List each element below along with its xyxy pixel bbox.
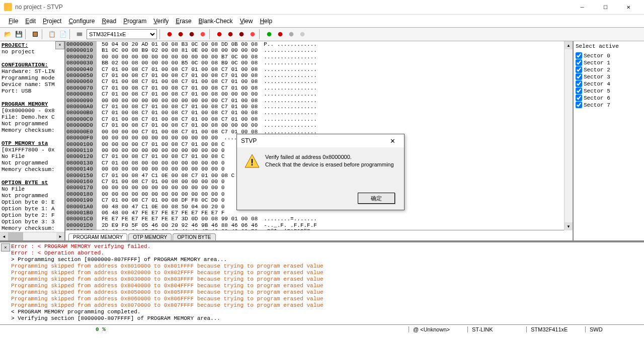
sector-5-label: Sector 5	[584, 88, 610, 94]
warning-icon: !	[244, 153, 260, 170]
sector-1-label: Sector 1	[584, 60, 610, 66]
tab-program-memory[interactable]: PROGRAM MEMORY	[68, 233, 127, 240]
read3-icon[interactable]	[187, 29, 197, 39]
log-close-icon[interactable]: ×	[1, 243, 10, 251]
prog-all-icon[interactable]	[248, 29, 258, 39]
error-dialog: STVP ✕ ! Verify failed at address 0x8000…	[236, 134, 405, 210]
status-mode: SWD	[585, 326, 644, 332]
erase-icon[interactable]	[286, 29, 296, 39]
save-icon[interactable]: 💾	[14, 29, 24, 39]
svg-point-9	[251, 32, 255, 37]
chip-icon[interactable]	[30, 29, 40, 39]
dialog-line1: Verify failed at address 0x8000000.	[265, 153, 394, 161]
prog3-icon[interactable]	[236, 29, 247, 39]
svg-point-13	[300, 32, 305, 37]
read-icon[interactable]	[165, 29, 175, 39]
status-link: ST-LINK	[467, 326, 526, 332]
read2-icon[interactable]	[176, 29, 186, 39]
dialog-title: STVP	[241, 137, 257, 144]
sector-7-checkbox[interactable]	[576, 102, 582, 108]
verify-icon[interactable]	[264, 29, 274, 39]
svg-point-10	[267, 32, 272, 37]
left-hscroll[interactable]: ◄ ►	[0, 232, 64, 240]
ok-button[interactable]: 确定	[358, 193, 395, 204]
svg-point-7	[228, 32, 233, 37]
window-title: no project - STVP	[15, 4, 571, 11]
dialog-titlebar: STVP ✕	[237, 134, 404, 147]
sector-4-checkbox[interactable]	[576, 80, 582, 87]
open-icon[interactable]: 📂	[3, 29, 13, 39]
project-panel: × PROJECT: no project CONFIGURATION: Har…	[0, 41, 65, 240]
dialog-close-icon[interactable]: ✕	[385, 137, 400, 145]
statusbar: 0 % @ <Unknown> ST-LINK STM32F411xE SWD	[0, 324, 644, 334]
maximize-button[interactable]: ☐	[594, 0, 617, 14]
svg-point-11	[278, 32, 283, 37]
menu-edit[interactable]: Edit	[22, 17, 39, 26]
menu-file[interactable]: File	[5, 17, 22, 26]
scroll-down-icon[interactable]: ▼	[565, 222, 573, 230]
vscroll[interactable]: ▲ ▼	[564, 41, 573, 230]
blank-icon[interactable]	[297, 29, 307, 39]
svg-point-5	[201, 32, 205, 37]
menu-blank-check[interactable]: Blank-Check	[195, 17, 236, 26]
app-icon	[4, 3, 12, 11]
progress-text: 0 %	[0, 326, 201, 332]
sector-5-checkbox[interactable]	[576, 88, 582, 94]
sector-label: Select active	[576, 43, 642, 49]
sector-3-label: Sector 3	[584, 74, 610, 80]
config-icon[interactable]	[74, 29, 85, 39]
svg-point-3	[179, 32, 183, 37]
sector-0-checkbox[interactable]	[576, 52, 582, 59]
svg-point-6	[217, 32, 222, 37]
menu-project[interactable]: Project	[39, 17, 65, 26]
sector-7-label: Sector 7	[584, 102, 610, 108]
scroll-thumb[interactable]	[8, 232, 23, 240]
sector-2-label: Sector 2	[584, 67, 610, 73]
svg-rect-1	[77, 33, 83, 36]
panel-close-icon[interactable]: ×	[55, 41, 64, 49]
minimize-button[interactable]: ─	[571, 0, 594, 14]
svg-text:!: !	[251, 157, 254, 167]
sector-2-checkbox[interactable]	[576, 66, 582, 73]
tab-otp-memory[interactable]: OTP MEMORY	[128, 233, 172, 240]
sector-4-label: Sector 4	[584, 81, 610, 87]
svg-point-12	[289, 32, 294, 37]
scroll-up-icon[interactable]: ▲	[565, 41, 573, 49]
status-target: @ <Unknown>	[409, 326, 467, 332]
titlebar: no project - STVP ─ ☐ ✕	[0, 0, 644, 15]
log-output[interactable]: Error : < PROGRAM MEMORY verifying faile…	[10, 242, 644, 324]
memory-tabs: PROGRAM MEMORYOTP MEMORYOPTION BYTE	[65, 230, 573, 240]
scroll-right-icon[interactable]: ►	[56, 232, 64, 240]
sector-panel: Select active Sector 0Sector 1Sector 2Se…	[573, 41, 644, 240]
toolbar: 📂 💾 📋 📄 STM32F411xE	[0, 27, 644, 41]
svg-point-2	[168, 32, 172, 37]
prog-icon[interactable]	[214, 29, 224, 39]
copy-icon[interactable]: 📋	[47, 29, 57, 39]
menu-configure[interactable]: Configure	[65, 17, 98, 26]
svg-point-8	[239, 32, 244, 37]
dialog-line2: Check that the device is erased before p…	[265, 161, 394, 168]
device-select[interactable]: STM32F411xE	[87, 29, 157, 39]
scroll-left-icon[interactable]: ◄	[0, 232, 8, 240]
prog2-icon[interactable]	[225, 29, 235, 39]
read-all-icon[interactable]	[198, 29, 208, 39]
menu-program[interactable]: Program	[120, 17, 150, 26]
paste-icon[interactable]: 📄	[58, 29, 68, 39]
menu-erase[interactable]: Erase	[172, 17, 195, 26]
verify2-icon[interactable]	[275, 29, 285, 39]
sector-3-checkbox[interactable]	[576, 73, 582, 80]
svg-point-4	[190, 32, 194, 37]
menu-view[interactable]: View	[236, 17, 257, 26]
tab-option-byte[interactable]: OPTION BYTE	[173, 233, 215, 240]
menubar: FileEditProjectConfigureReadProgramVerif…	[0, 15, 644, 27]
sector-6-label: Sector 6	[584, 95, 610, 101]
menu-verify[interactable]: Verify	[150, 17, 172, 26]
sector-1-checkbox[interactable]	[576, 59, 582, 66]
sector-6-checkbox[interactable]	[576, 95, 582, 101]
close-button[interactable]: ✕	[617, 0, 640, 14]
svg-rect-0	[33, 32, 38, 37]
menu-help[interactable]: Help	[256, 17, 276, 26]
menu-read[interactable]: Read	[98, 17, 120, 26]
sector-0-label: Sector 0	[584, 53, 610, 59]
log-panel: × Error : < PROGRAM MEMORY verifying fai…	[0, 241, 644, 324]
